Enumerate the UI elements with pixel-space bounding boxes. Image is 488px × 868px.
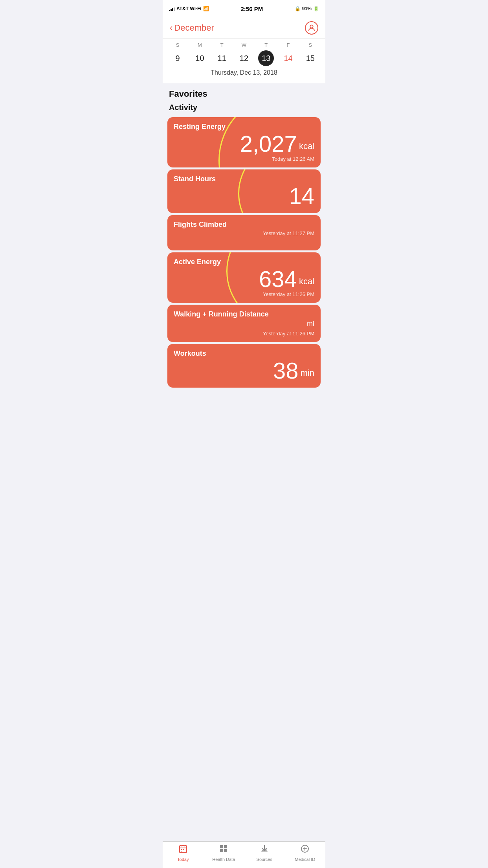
time-display: 2:56 PM <box>240 6 263 12</box>
resting-energy-value: 2,027 <box>240 132 297 155</box>
resting-energy-timestamp: Today at 12:26 AM <box>174 156 314 162</box>
walking-distance-unit: mi <box>307 320 314 328</box>
flights-climbed-title: Flights Climbed <box>174 221 314 229</box>
workouts-unit: min <box>301 368 314 378</box>
cal-day-9[interactable]: 9 <box>170 50 185 66</box>
signal-icon <box>169 7 175 11</box>
decorative-circle-3 <box>226 252 321 303</box>
walking-distance-value-row: mi <box>174 320 314 330</box>
main-content: Favorites Activity Resting Energy 2,027 … <box>163 83 325 421</box>
walking-distance-card[interactable]: Walking + Running Distance mi Yesterday … <box>167 305 321 342</box>
workouts-title: Workouts <box>174 349 314 358</box>
cal-day-11[interactable]: 11 <box>214 50 230 66</box>
battery-label: 91% <box>302 6 312 11</box>
back-button[interactable]: ‹ December <box>170 23 214 33</box>
header-nav: ‹ December <box>163 17 325 39</box>
calendar: S M T W T F S 9 10 11 12 13 14 15 Thursd… <box>163 39 325 83</box>
resting-energy-card[interactable]: Resting Energy 2,027 kcal Today at 12:26… <box>167 117 321 167</box>
active-energy-card[interactable]: Active Energy 634 kcal Yesterday at 11:2… <box>167 252 321 303</box>
chevron-left-icon: ‹ <box>170 23 172 33</box>
weekday-t1: T <box>211 42 233 48</box>
month-title[interactable]: December <box>174 23 214 33</box>
status-right: 🔒 91% 🔋 <box>295 6 319 11</box>
workouts-value: 38 <box>273 359 299 382</box>
flights-climbed-timestamp: Yesterday at 11:27 PM <box>174 230 314 236</box>
stand-hours-title: Stand Hours <box>174 175 314 183</box>
weekday-m: M <box>189 42 211 48</box>
battery-icon: 🔋 <box>313 6 319 11</box>
weekday-s1: S <box>167 42 189 48</box>
cal-day-14[interactable]: 14 <box>281 50 296 66</box>
cal-day-13[interactable]: 13 <box>258 50 274 66</box>
weekday-s2: S <box>299 42 321 48</box>
favorites-header: Favorites <box>163 83 325 101</box>
resting-energy-value-row: 2,027 kcal <box>174 132 314 155</box>
carrier-label: AT&T Wi-Fi <box>176 6 202 11</box>
status-bar: AT&T Wi-Fi 📶 2:56 PM 🔒 91% 🔋 <box>163 0 325 17</box>
svg-point-0 <box>310 25 313 28</box>
resting-energy-title: Resting Energy <box>174 123 314 131</box>
stand-hours-value: 14 <box>289 185 314 208</box>
activity-header: Activity <box>163 101 325 115</box>
cal-day-10[interactable]: 10 <box>192 50 207 66</box>
walking-distance-timestamp: Yesterday at 11:26 PM <box>174 331 314 337</box>
weekday-t2: T <box>255 42 277 48</box>
cal-day-15[interactable]: 15 <box>303 50 318 66</box>
weekday-labels: S M T W T F S <box>167 42 321 48</box>
cal-day-12[interactable]: 12 <box>236 50 252 66</box>
weekday-f: F <box>277 42 299 48</box>
stand-hours-card[interactable]: Stand Hours 14 <box>167 169 321 213</box>
walking-distance-title: Walking + Running Distance <box>174 310 314 318</box>
calendar-days: 9 10 11 12 13 14 15 <box>167 50 321 66</box>
workouts-value-row: 38 min <box>174 359 314 382</box>
workouts-card[interactable]: Workouts 38 min <box>167 344 321 388</box>
stand-hours-value-row: 14 <box>174 185 314 208</box>
selected-date: Thursday, Dec 13, 2018 <box>167 69 321 79</box>
flights-climbed-card[interactable]: Flights Climbed Yesterday at 11:27 PM <box>167 215 321 250</box>
status-left: AT&T Wi-Fi 📶 <box>169 6 209 11</box>
profile-avatar[interactable] <box>305 21 318 35</box>
wifi-icon: 📶 <box>203 6 209 11</box>
lock-icon: 🔒 <box>295 6 301 11</box>
resting-energy-unit: kcal <box>299 141 314 151</box>
weekday-w: W <box>233 42 255 48</box>
